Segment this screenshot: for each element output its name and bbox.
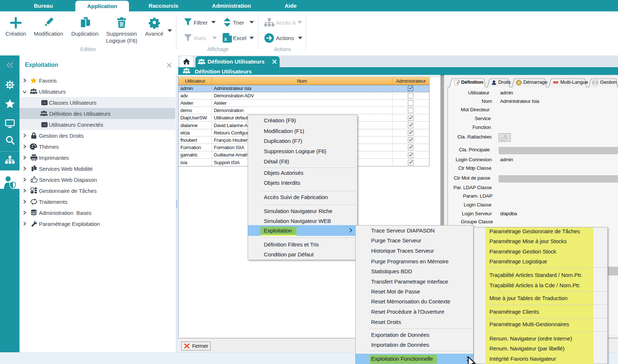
svg-text:x: x: [224, 36, 227, 42]
